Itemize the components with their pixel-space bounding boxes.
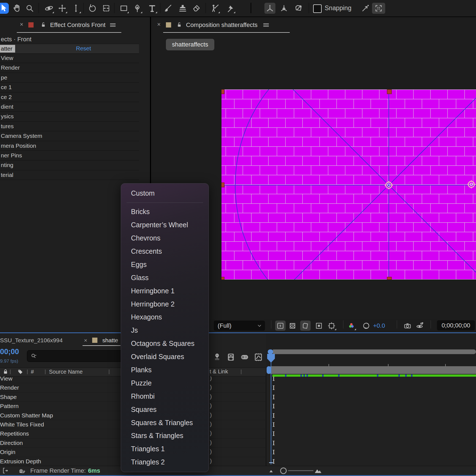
menu-item[interactable]: Overlaid Squares	[122, 350, 207, 363]
menu-item[interactable]: Squares & Triangles	[122, 416, 207, 429]
3d-view-icon[interactable]	[414, 321, 425, 331]
menu-item[interactable]: Crescents	[122, 245, 207, 258]
dolly-camera-tool-button[interactable]	[70, 3, 81, 14]
exposure-icon[interactable]	[361, 321, 371, 331]
zoom-tool-button[interactable]	[24, 3, 35, 14]
hand-tool-button[interactable]	[12, 3, 23, 14]
keyframe-ibeam[interactable]: I	[272, 393, 275, 401]
effect-property-row[interactable]: ce 1	[0, 83, 139, 92]
panel-menu-icon[interactable]	[110, 23, 116, 28]
effect-property-row[interactable]: ysics	[0, 112, 139, 121]
reset-link[interactable]: Reset	[76, 45, 91, 52]
menu-item[interactable]: Triangles 1	[122, 442, 207, 456]
snap-options-icon[interactable]	[360, 3, 371, 14]
snapping-checkbox[interactable]	[313, 4, 322, 13]
graph-editor-icon[interactable]	[254, 352, 264, 362]
property-row[interactable]: Extrusion Depth ) I	[0, 457, 476, 466]
property-track[interactable]: I	[266, 383, 476, 392]
rectangle-tool-button[interactable]	[118, 3, 129, 14]
type-tool-button[interactable]	[147, 3, 158, 14]
keyframe-ibeam[interactable]: I	[272, 412, 275, 419]
zoom-slider-track[interactable]	[288, 470, 313, 471]
timeline-zoom-control[interactable]	[268, 466, 329, 475]
menu-item[interactable]: Stars & Triangles	[122, 429, 207, 442]
property-row[interactable]: White Tiles Fixed ) I	[0, 420, 476, 429]
work-area-start-handle[interactable]	[267, 366, 271, 374]
grid-options-icon[interactable]	[326, 321, 337, 331]
panel-menu-icon[interactable]	[263, 23, 269, 28]
keyframe-ibeam[interactable]: I	[272, 430, 275, 437]
effect-property-row[interactable]: nting	[0, 160, 139, 170]
motion-blur-icon[interactable]	[240, 352, 250, 362]
expand-view-button[interactable]	[372, 3, 385, 14]
roto-brush-tool-button[interactable]	[209, 3, 220, 14]
flowchart-icon[interactable]	[2, 467, 9, 475]
work-area-bar[interactable]	[270, 366, 476, 374]
property-row[interactable]: Origin ) I	[0, 447, 476, 456]
close-tab-icon[interactable]: ×	[84, 337, 87, 344]
zoom-in-mountain-icon[interactable]	[314, 466, 322, 475]
property-track[interactable]: I	[266, 420, 476, 429]
clone-stamp-tool-button[interactable]	[177, 3, 188, 14]
lock-column-icon[interactable]	[2, 368, 9, 375]
current-timecode[interactable]: 00;00	[0, 348, 19, 356]
keyframe-ibeam[interactable]: I	[272, 458, 275, 465]
keyframe-ibeam[interactable]: I	[272, 421, 275, 428]
rotation-tool-button[interactable]	[87, 3, 98, 14]
view-axis-mode-button[interactable]	[293, 3, 304, 14]
panel-title[interactable]: Effect Controls Front	[50, 21, 105, 29]
property-track[interactable]: I	[266, 447, 476, 457]
puppet-pin-tool-button[interactable]	[225, 3, 236, 14]
tab-shatteraffects[interactable]: shatte	[102, 337, 118, 344]
menu-item[interactable]: Herringbone 2	[122, 297, 207, 311]
effect-property-row[interactable]: tures	[0, 122, 139, 131]
local-axis-mode-button[interactable]	[264, 3, 275, 14]
keyframe-ibeam[interactable]: I	[272, 384, 275, 391]
timecode-field[interactable]: 0;00;00;00	[437, 320, 475, 330]
property-track[interactable]: I	[266, 438, 476, 448]
channel-rgb-icon[interactable]	[346, 321, 357, 331]
menu-item[interactable]: Rhombi	[122, 390, 207, 403]
effect-property-row[interactable]: mera Position	[0, 141, 139, 151]
shatter-layer-preview[interactable]	[221, 89, 476, 280]
keyframe-ibeam[interactable]: I	[272, 448, 275, 456]
property-row[interactable]: Custom Shatter Map ) I	[0, 411, 476, 420]
menu-item[interactable]: Carpenter’s Wheel	[122, 218, 207, 232]
lock-icon[interactable]	[176, 21, 182, 28]
menu-item[interactable]: Triangles 2	[122, 456, 207, 469]
frame-blending-icon[interactable]	[226, 352, 236, 362]
property-row[interactable]: Repetitions ) I	[0, 429, 476, 438]
effect-property-row[interactable]: ner Pins	[0, 151, 139, 160]
exposure-value[interactable]: +0.0	[373, 322, 385, 329]
selection-tool-button[interactable]	[0, 3, 9, 14]
close-panel-icon[interactable]: ×	[20, 21, 23, 28]
menu-item[interactable]: Glass	[122, 271, 207, 284]
panel-title[interactable]: Composition shatteraffects	[186, 21, 258, 29]
shy-layers-icon[interactable]	[212, 352, 222, 362]
property-row[interactable]: Render ) I	[0, 383, 476, 392]
property-track[interactable]: I	[266, 392, 476, 402]
menu-item[interactable]: Planks	[122, 363, 207, 377]
effect-property-row[interactable]: dient	[0, 102, 139, 112]
guides-icon[interactable]	[314, 321, 324, 331]
menu-item[interactable]: Js	[122, 324, 207, 337]
menu-item[interactable]: Bricks	[122, 205, 207, 218]
magnification-dropdown[interactable]: (Full)	[214, 321, 265, 331]
property-row[interactable]: Shape ) I	[0, 392, 476, 401]
layer-number-column[interactable]: #	[31, 369, 34, 375]
fast-previews-icon[interactable]	[275, 321, 286, 331]
keyframe-ibeam[interactable]: I	[272, 439, 275, 447]
parent-link-column[interactable]: t & Link	[210, 368, 228, 375]
property-row[interactable]: Direction ) I	[0, 438, 476, 447]
playhead-line[interactable]	[271, 354, 271, 464]
close-panel-icon[interactable]: ×	[157, 21, 161, 28]
menu-item[interactable]: Herringbone 1	[122, 284, 207, 297]
menu-item[interactable]: Chevrons	[122, 232, 207, 245]
menu-item[interactable]: Squares	[122, 403, 207, 416]
menu-item[interactable]: Puzzle	[122, 376, 207, 390]
time-navigator-bar[interactable]	[273, 349, 476, 354]
zoom-slider-knob[interactable]	[280, 467, 287, 474]
snapshot-camera-icon[interactable]	[402, 321, 413, 331]
menu-item[interactable]: Eggs	[122, 258, 207, 271]
menu-item[interactable]: Octagons & Squares	[122, 337, 207, 350]
